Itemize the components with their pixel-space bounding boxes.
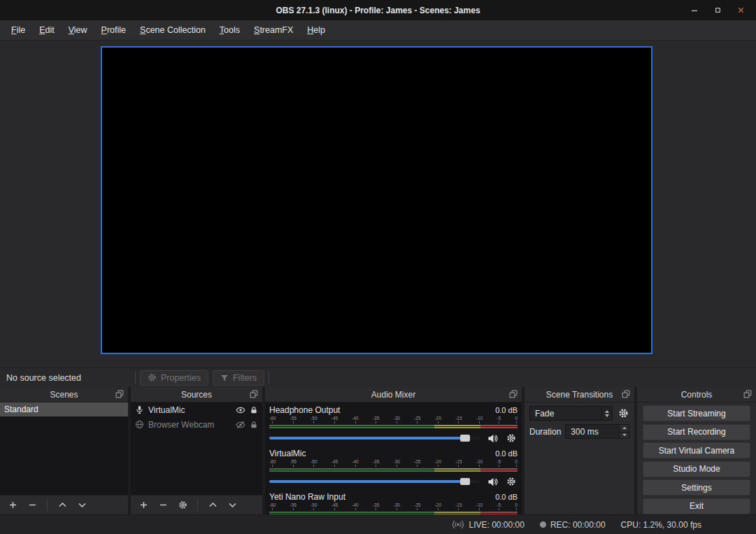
tick-label: -45 (331, 416, 338, 424)
menu-streamfx[interactable]: StreamFX (247, 20, 300, 40)
scene-item-standard[interactable]: Standard (0, 402, 128, 416)
menu-edit[interactable]: Edit (32, 20, 62, 40)
close-button[interactable] (734, 3, 748, 17)
sources-list[interactable]: VirtualMic Browser Webcam (131, 402, 262, 495)
menu-tools[interactable]: Tools (213, 20, 247, 40)
gear-icon (148, 373, 157, 382)
properties-button[interactable]: Properties (140, 370, 208, 386)
lock-icon[interactable] (250, 406, 258, 414)
microphone-icon (135, 405, 144, 414)
remove-scene-button[interactable] (24, 498, 41, 513)
titlebar: OBS 27.1.3 (linux) - Profile: James - Sc… (0, 0, 756, 20)
channel-name: Yeti Nano Raw Input (269, 492, 345, 502)
tick-label: -20 (435, 503, 441, 511)
start-virtual-camera-button[interactable]: Start Virtual Camera (643, 442, 750, 458)
scene-name: Standard (4, 405, 38, 414)
popout-icon[interactable] (622, 390, 630, 398)
duration-spinbox[interactable]: 300 ms (565, 424, 629, 439)
audio-mixer-dock-title: Audio Mixer (371, 390, 415, 400)
duration-decrease-button[interactable] (620, 432, 629, 439)
menu-bar: File Edit View Profile Scene Collection … (0, 20, 756, 41)
transition-gear-button[interactable] (617, 407, 629, 420)
add-source-button[interactable] (135, 498, 152, 513)
mixer-channel-yeti-nano: Yeti Nano Raw Input 0.0 dB -60-55-50-45-… (269, 492, 518, 514)
scenes-list[interactable]: Standard (0, 402, 128, 495)
controls-dock-header: Controls (637, 387, 756, 402)
tick-label: -15 (455, 503, 462, 511)
popout-icon[interactable] (115, 390, 124, 398)
toolbar-separator (197, 500, 198, 511)
source-move-up-button[interactable] (204, 498, 221, 513)
maximize-button[interactable] (711, 3, 725, 17)
db-ruler: -60-55-50-45-40-35-30-25-20-15-10-50 (269, 460, 518, 468)
settings-button[interactable]: Settings (643, 479, 750, 496)
exit-button[interactable]: Exit (643, 498, 750, 514)
tick-label: -15 (455, 416, 462, 424)
volume-slider-handle[interactable] (460, 478, 470, 485)
menu-scene-collection[interactable]: Scene Collection (133, 20, 213, 40)
live-status-group: LIVE: 00:00:00 (452, 520, 524, 530)
filter-icon (220, 374, 229, 382)
remove-source-button[interactable] (155, 498, 171, 513)
add-scene-button[interactable] (4, 498, 21, 513)
volume-slider[interactable] (269, 480, 480, 483)
tick-label: -45 (331, 460, 338, 468)
menu-view[interactable]: View (62, 20, 94, 40)
source-properties-gear-button[interactable] (174, 498, 191, 513)
tick-label: -30 (393, 503, 399, 511)
scene-transitions-dock: Scene Transitions Fade Duration 300 ms (525, 387, 634, 514)
mute-speaker-button[interactable] (486, 475, 499, 488)
scene-move-down-button[interactable] (73, 498, 90, 513)
volume-slider-handle[interactable] (460, 435, 470, 442)
combo-spinner-icon[interactable] (601, 407, 612, 420)
source-item-virtualmic[interactable]: VirtualMic (131, 402, 262, 417)
tick-label: -5 (497, 416, 501, 424)
tick-label: -30 (393, 416, 399, 424)
channel-level: 0.0 dB (495, 406, 518, 414)
popout-icon[interactable] (509, 390, 518, 398)
record-dot-icon (540, 521, 546, 528)
scenes-dock-header: Scenes (0, 387, 128, 402)
start-recording-button[interactable]: Start Recording (643, 424, 750, 440)
visibility-eye-icon[interactable] (236, 405, 245, 415)
scene-transitions-dock-title: Scene Transitions (546, 390, 613, 400)
minimize-button[interactable] (687, 3, 701, 17)
source-name: Browser Webcam (148, 420, 231, 430)
tick-label: -35 (373, 503, 379, 511)
scene-move-up-button[interactable] (54, 498, 71, 513)
tick-label: -25 (414, 503, 420, 511)
controls-dock-title: Controls (681, 390, 713, 400)
tick-label: -35 (373, 416, 379, 424)
menu-profile[interactable]: Profile (94, 20, 133, 40)
channel-gear-button[interactable] (505, 432, 518, 444)
tick-label: -35 (373, 460, 379, 468)
controls-body: Start Streaming Start Recording Start Vi… (637, 402, 756, 514)
start-streaming-button[interactable]: Start Streaming (643, 405, 750, 421)
menu-file[interactable]: File (4, 20, 32, 40)
volume-meter (269, 425, 518, 428)
visibility-eye-slash-icon[interactable] (236, 420, 245, 430)
duration-increase-button[interactable] (620, 425, 629, 432)
popout-icon[interactable] (743, 390, 752, 398)
popout-icon[interactable] (250, 390, 258, 398)
duration-label: Duration (529, 427, 561, 437)
tick-label: -25 (414, 460, 420, 468)
tick-label: -25 (414, 416, 420, 424)
tick-label: -5 (497, 460, 501, 468)
source-item-browser-webcam[interactable]: Browser Webcam (131, 417, 262, 432)
tick-label: -30 (393, 460, 399, 468)
transition-combobox[interactable]: Fade (529, 406, 613, 421)
studio-mode-button[interactable]: Studio Mode (643, 461, 750, 477)
rec-status: REC: 00:00:00 (550, 520, 606, 530)
channel-gear-button[interactable] (505, 475, 518, 488)
volume-slider[interactable] (269, 437, 480, 440)
tick-label: -60 (269, 460, 276, 468)
toolbar-separator (47, 500, 48, 511)
menu-help[interactable]: Help (300, 20, 332, 40)
tick-label: -55 (290, 503, 297, 511)
lock-icon[interactable] (250, 421, 258, 429)
source-move-down-button[interactable] (224, 498, 241, 513)
preview-canvas[interactable] (101, 46, 652, 354)
mute-speaker-button[interactable] (486, 432, 499, 444)
filters-button[interactable]: Filters (213, 370, 264, 386)
